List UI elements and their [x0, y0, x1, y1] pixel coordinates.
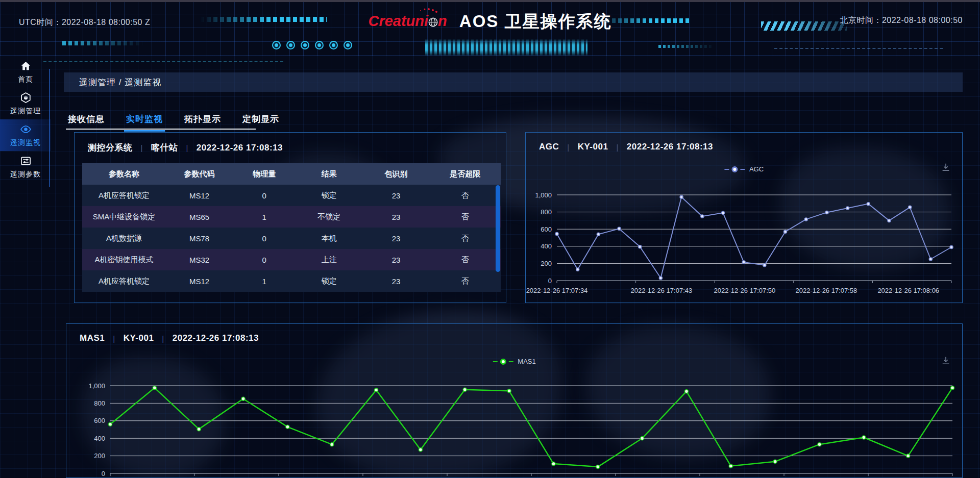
panel-title-part: MAS1 — [80, 333, 105, 343]
table-cell: 否 — [430, 270, 501, 292]
telemetry-table-wrap: 参数名称参数代码物理量结果包识别是否超限 A机应答机锁定MS120锁定23否SM… — [82, 163, 501, 292]
table-row[interactable]: A机密钥使用模式MS320上注23否 — [82, 249, 501, 270]
table-cell: 否 — [430, 206, 501, 228]
table-cell: 23 — [362, 228, 429, 249]
app-header: UTC时间：2022-08-18 08:00:50 Z Creatunin AO… — [0, 0, 980, 56]
panel-title-part: 2022-12-26 17:08:13 — [197, 143, 283, 153]
table-cell: 23 — [362, 206, 429, 228]
legend-line — [724, 169, 729, 170]
legend-label: MAS1 — [518, 358, 535, 365]
download-icon[interactable] — [941, 162, 951, 172]
table-cell: MS32 — [166, 249, 233, 270]
table-cell: MS12 — [166, 185, 233, 206]
table-column-header: 参数名称 — [82, 163, 166, 185]
sidebar-item-telemetry-monitor[interactable]: 遥测监视 — [0, 119, 51, 151]
table-row[interactable]: A机数据源MS780本机23否 — [82, 228, 501, 249]
svg-text:0: 0 — [548, 277, 552, 285]
svg-text:2022-12-26 17:07:58: 2022-12-26 17:07:58 — [796, 287, 857, 294]
svg-text:1,000: 1,000 — [88, 382, 105, 390]
table-row[interactable]: A机应答机锁定MS121锁定23否 — [82, 270, 501, 292]
table-header-row: 参数名称参数代码物理量结果包识别是否超限 — [82, 163, 501, 185]
table-cell: 0 — [233, 228, 296, 249]
legend-dot-icon — [731, 166, 738, 172]
svg-text:800: 800 — [94, 399, 105, 407]
svg-text:2022-12-26 17:07:43: 2022-12-26 17:07:43 — [630, 287, 692, 294]
table-cell: 否 — [430, 249, 501, 270]
decoration-dashed-line — [43, 61, 283, 62]
mas1-panel-title: MAS1|KY-001|2022-12-26 17:08:13 — [80, 333, 259, 343]
mas1-legend[interactable]: MAS1 — [493, 358, 535, 365]
svg-text:0: 0 — [102, 470, 105, 477]
legend-line — [740, 169, 745, 170]
table-panel-title: 测控分系统|喀什站|2022-12-26 17:08:13 — [88, 142, 283, 154]
telemetry-table: 参数名称参数代码物理量结果包识别是否超限 A机应答机锁定MS120锁定23否SM… — [82, 163, 501, 292]
sidebar-item-telemetry-params[interactable]: 遥测参数 — [0, 151, 51, 183]
table-cell: 否 — [430, 228, 501, 249]
agc-panel-title: AGC|KY-001|2022-12-26 17:08:13 — [539, 142, 713, 152]
decoration-circles — [272, 41, 352, 49]
panel-title-part: 测控分系统 — [88, 142, 133, 154]
table-cell: MS12 — [166, 270, 233, 292]
decoration-dashed-line — [774, 48, 943, 49]
table-row[interactable]: SMA中继设备锁定MS651不锁定23否 — [82, 206, 501, 228]
svg-text:200: 200 — [94, 452, 105, 460]
sidebar-item-label: 遥测参数 — [10, 170, 41, 179]
home-icon — [20, 60, 32, 72]
svg-text:800: 800 — [541, 208, 552, 216]
logo-dots-arc — [428, 8, 430, 10]
table-cell: A机应答机锁定 — [82, 185, 166, 206]
panel-title-part: 喀什站 — [151, 142, 178, 154]
sidebar-item-home[interactable]: 首页 — [0, 56, 51, 88]
table-cell: A机密钥使用模式 — [82, 249, 166, 270]
svg-text:400: 400 — [94, 435, 105, 442]
sidebar-accent-line — [49, 69, 50, 187]
table-scrollbar[interactable] — [496, 185, 500, 272]
legend-line — [508, 361, 513, 362]
table-cell: A机应答机锁定 — [82, 270, 166, 292]
agc-legend[interactable]: AGC — [724, 165, 764, 173]
svg-text:600: 600 — [541, 225, 552, 233]
sidebar-item-telemetry-manage[interactable]: 遥测管理 — [0, 88, 51, 119]
tab-underline — [66, 129, 256, 130]
telemetry-monitor-icon — [20, 123, 32, 135]
table-cell: 1 — [233, 206, 296, 228]
table-cell: A机数据源 — [82, 228, 166, 249]
legend-label: AGC — [749, 165, 764, 173]
title-separator: | — [113, 334, 115, 343]
sidebar-item-label: 遥测监视 — [10, 138, 41, 147]
table-cell: SMA中继设备锁定 — [82, 206, 166, 228]
table-cell: 锁定 — [296, 185, 362, 206]
table-cell: 锁定 — [296, 270, 362, 292]
title-separator: | — [186, 143, 188, 152]
svg-text:2022-12-26 17:08:06: 2022-12-26 17:08:06 — [877, 287, 939, 294]
mas1-chart-panel: MAS1|KY-001|2022-12-26 17:08:13 MAS1 020… — [66, 323, 963, 478]
svg-text:200: 200 — [541, 260, 552, 267]
panel-title-part: 2022-12-26 17:08:13 — [627, 142, 713, 152]
decoration-dotted-bar — [658, 45, 715, 48]
table-column-header: 包识别 — [362, 163, 429, 185]
download-icon[interactable] — [941, 356, 951, 366]
table-cell: 1 — [233, 270, 296, 292]
decoration-dotted-bar — [62, 41, 144, 45]
title-separator: | — [567, 143, 569, 152]
table-cell: 23 — [362, 185, 429, 206]
beijing-time: 北京时间：2022-08-18 08:00:50 — [840, 15, 963, 26]
svg-text:400: 400 — [541, 242, 552, 250]
panel-title-part: KY-001 — [578, 142, 608, 152]
svg-text:2022-12-26 17:07:34: 2022-12-26 17:07:34 — [526, 287, 588, 294]
table-row[interactable]: A机应答机锁定MS120锁定23否 — [82, 185, 501, 206]
title-separator: | — [141, 143, 143, 152]
beijing-time-label: 北京时间： — [840, 16, 882, 24]
table-cell: 23 — [362, 249, 429, 270]
sidebar-item-label: 遥测管理 — [10, 107, 41, 116]
table-cell: 0 — [233, 185, 296, 206]
table-cell: 上注 — [296, 249, 362, 270]
legend-dot-icon — [500, 359, 506, 365]
breadcrumb: 遥测管理 / 遥测监视 — [79, 77, 161, 88]
table-cell: 23 — [362, 270, 429, 292]
table-cell: 本机 — [296, 228, 362, 249]
agc-line-chart: 02004006008001,0002022-12-26 17:07:34202… — [534, 184, 955, 304]
creatunion-logo: Creatunin — [368, 14, 447, 30]
table-column-header: 物理量 — [233, 163, 296, 185]
beijing-time-value: 2022-08-18 08:00:50 — [882, 16, 963, 24]
